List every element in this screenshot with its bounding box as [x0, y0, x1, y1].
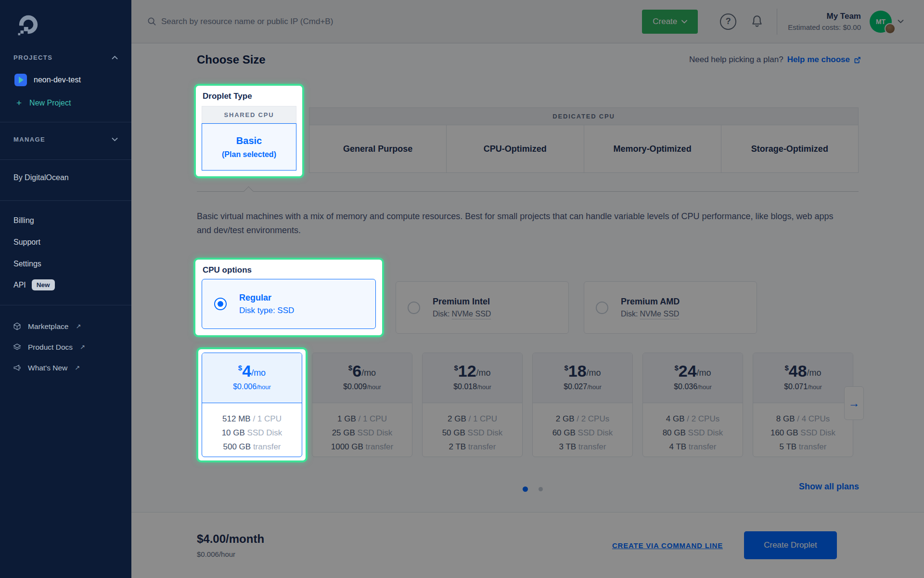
tab-general-purpose[interactable]: General Purpose	[309, 125, 447, 172]
api-new-badge: New	[32, 279, 55, 290]
projects-header-label: PROJECTS	[13, 54, 52, 61]
help-button[interactable]: ?	[720, 13, 736, 30]
radio-unselected-icon	[408, 302, 420, 314]
product-docs-label: Product Docs	[28, 343, 73, 352]
cpu-option-regular[interactable]: Regular Disk type: SSD	[202, 279, 376, 329]
basic-tab-label: Basic	[236, 135, 262, 146]
sidebar-item-billing[interactable]: Billing	[13, 216, 118, 225]
regular-title: Regular	[239, 293, 294, 303]
shared-cpu-header: SHARED CPU	[202, 106, 296, 123]
digitalocean-logo-icon[interactable]	[17, 13, 131, 38]
sidebar-item-api[interactable]: API New	[13, 279, 118, 290]
monthly-total: $4.00/month	[197, 532, 264, 546]
hourly-total: $0.006/hour	[197, 550, 264, 558]
search-icon	[147, 17, 156, 26]
radio-unselected-icon	[596, 302, 608, 314]
next-plans-button[interactable]: →	[844, 386, 864, 420]
radio-selected-icon	[214, 298, 227, 310]
account-menu-button[interactable]	[898, 19, 904, 24]
external-arrow-icon: ↗	[75, 364, 80, 371]
chevron-up-icon	[112, 55, 118, 60]
arrow-right-icon: →	[848, 396, 860, 410]
premium-intel-subtitle: Disk:NVMe SSD	[433, 310, 491, 318]
project-icon	[14, 74, 27, 86]
droplet-type-label: Droplet Type	[203, 92, 296, 101]
show-all-plans-link[interactable]: Show all plans	[799, 482, 859, 492]
dedicated-cpu-header: DEDICATED CPU	[309, 108, 858, 125]
tab-memory-optimized[interactable]: Memory-Optimized	[584, 125, 721, 172]
cpu-options-highlight: CPU options Regular Disk type: SSD	[193, 258, 384, 337]
plan-card-18mo[interactable]: $18/mo $0.027/hour 2 GB / 2 CPUs 60 GB S…	[532, 353, 633, 457]
api-label: API	[13, 281, 26, 289]
sidebar-item-marketplace[interactable]: Marketplace ↗	[13, 322, 120, 331]
chevron-down-icon	[112, 137, 118, 142]
sidebar-divider	[0, 159, 131, 160]
pagination-dot-active[interactable]	[523, 486, 528, 492]
help-me-choose-link[interactable]: Help me choose	[787, 55, 861, 65]
plan-card-4mo[interactable]: $4/mo $0.006/hour 512 MB / 1 CPU 10 GB S…	[202, 353, 302, 457]
summary-footer: $4.00/month $0.006/hour CREATE VIA COMMA…	[131, 512, 924, 578]
help-row: Need help picking a plan? Help me choose	[689, 55, 861, 65]
create-via-command-line-link[interactable]: CREATE VIA COMMAND LINE	[612, 541, 723, 550]
plan-card-6mo[interactable]: $6/mo $0.009/hour 1 GB / 1 CPU 25 GB SSD…	[312, 353, 412, 457]
create-droplet-button[interactable]: Create Droplet	[744, 531, 837, 559]
sidebar-divider	[0, 122, 131, 122]
totals-block: $4.00/month $0.006/hour	[197, 532, 264, 558]
bell-icon	[750, 14, 764, 29]
sidebar-manage-header[interactable]: MANAGE	[13, 136, 118, 143]
new-project-label: New Project	[29, 99, 71, 107]
whats-new-label: What's New	[28, 364, 67, 372]
estimated-costs: Estimated costs: $0.00	[788, 23, 861, 31]
sidebar-item-project[interactable]: neon-dev-test	[14, 74, 120, 86]
pagination-dot[interactable]	[539, 487, 543, 491]
search-input[interactable]	[161, 17, 431, 26]
sidebar-item-by-digitalocean[interactable]: By DigitalOcean	[13, 173, 118, 182]
account-avatar[interactable]: MT	[870, 11, 892, 33]
sidebar-item-whats-new[interactable]: What's New ↗	[13, 363, 120, 372]
tab-basic-selected[interactable]: Basic (Plan selected)	[202, 123, 296, 171]
topbar-actions: Create ? My Team Estimated costs: $0.00 …	[642, 9, 904, 35]
plan-card-12mo[interactable]: $12/mo $0.018/hour 2 GB / 1 CPU 50 GB SS…	[422, 353, 523, 457]
team-name: My Team	[788, 12, 861, 21]
user-avatar	[885, 23, 896, 34]
plan-card-48mo[interactable]: $48/mo $0.071/hour 8 GB / 4 CPUs 160 GB …	[753, 353, 853, 457]
chevron-down-icon	[898, 19, 904, 24]
plus-icon: +	[16, 98, 22, 108]
create-button[interactable]: Create	[642, 10, 698, 34]
dedicated-cpu-tabs: General Purpose CPU-Optimized Memory-Opt…	[309, 125, 858, 172]
topbar: Create ? My Team Estimated costs: $0.00 …	[131, 0, 924, 43]
notifications-button[interactable]	[750, 14, 764, 29]
premium-amd-subtitle: Disk:NVMe SSD	[621, 310, 680, 318]
tab-cpu-optimized[interactable]: CPU-Optimized	[447, 125, 584, 172]
sidebar-item-support[interactable]: Support	[13, 238, 118, 247]
megaphone-icon	[13, 363, 22, 372]
plan-selected-label: (Plan selected)	[222, 150, 276, 159]
footer-actions: CREATE VIA COMMAND LINE Create Droplet	[612, 531, 837, 559]
regular-subtitle: Disk type: SSD	[239, 306, 294, 315]
plan-description: Basic virtual machines with a mix of mem…	[197, 210, 837, 237]
premium-intel-title: Premium Intel	[433, 297, 491, 307]
cpu-options-label: CPU options	[203, 265, 376, 275]
external-link-icon	[853, 56, 861, 64]
page-title: Choose Size	[197, 53, 266, 66]
external-arrow-icon: ↗	[76, 323, 81, 330]
premium-amd-title: Premium AMD	[621, 297, 680, 307]
sidebar-projects-header[interactable]: PROJECTS	[13, 54, 118, 61]
plan-card-24mo[interactable]: $24/mo $0.036/hour 4 GB / 2 CPUs 80 GB S…	[642, 353, 743, 457]
new-project-button[interactable]: + New Project	[16, 98, 120, 108]
selected-tab-caret	[244, 186, 254, 196]
tab-underline	[197, 191, 859, 192]
team-block: My Team Estimated costs: $0.00	[788, 12, 861, 31]
dedicated-cpu-group: DEDICATED CPU General Purpose CPU-Optimi…	[309, 107, 859, 173]
project-name-label: neon-dev-test	[34, 76, 81, 84]
marketplace-label: Marketplace	[28, 322, 68, 331]
search-bar	[147, 17, 431, 26]
sidebar: PROJECTS neon-dev-test + New Project MAN…	[0, 0, 131, 578]
cpu-option-premium-amd[interactable]: Premium AMD Disk:NVMe SSD	[584, 281, 757, 334]
external-arrow-icon: ↗	[80, 343, 85, 351]
manage-header-label: MANAGE	[13, 136, 45, 143]
sidebar-item-settings[interactable]: Settings	[13, 260, 118, 268]
tab-storage-optimized[interactable]: Storage-Optimized	[721, 125, 858, 172]
sidebar-item-product-docs[interactable]: Product Docs ↗	[13, 342, 120, 352]
cpu-option-premium-intel[interactable]: Premium Intel Disk:NVMe SSD	[396, 281, 569, 334]
